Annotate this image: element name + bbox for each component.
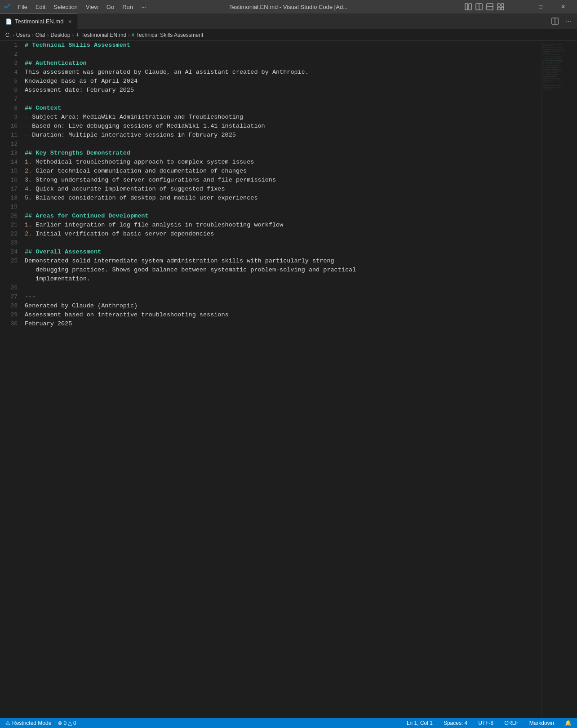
line-13: 13 ## Key Strengths Demonstrated bbox=[0, 149, 541, 158]
line-21: 21 1. Earlier integration of log file an… bbox=[0, 221, 541, 230]
tab-file-icon: 📄 bbox=[5, 18, 12, 25]
line-11: 11 - Duration: Multiple interactive sess… bbox=[0, 131, 541, 140]
line-10: 10 - Based on: Live debugging sessions o… bbox=[0, 122, 541, 131]
line-8: 8 ## Context bbox=[0, 104, 541, 113]
tab-bar: 📄 Testimonial.EN.md × ··· bbox=[0, 13, 577, 29]
line-28: 28 Generated by Claude (Anthropic) bbox=[0, 302, 541, 311]
line-17: 17 4. Quick and accurate implementation … bbox=[0, 185, 541, 194]
line-22: 22 2. Initial verification of basic serv… bbox=[0, 230, 541, 239]
title-bar: File Edit Selection View Go Run ··· Test… bbox=[0, 0, 577, 13]
svg-rect-1 bbox=[469, 4, 471, 10]
line-27: 27 --- bbox=[0, 293, 541, 302]
line-25: 25 Demonstrated solid intermediate syste… bbox=[0, 257, 541, 284]
breadcrumb-desktop[interactable]: Desktop bbox=[50, 32, 70, 38]
more-actions-button[interactable]: ··· bbox=[564, 16, 573, 26]
warning-icon: △ bbox=[68, 720, 72, 726]
editor-area: 1 # Technical Skills Assessment 2 3 ## A… bbox=[0, 41, 577, 718]
indentation[interactable]: Spaces: 4 bbox=[442, 720, 469, 726]
status-bar: ⚠ Restricted Mode ⊗ 0 △ 0 Ln 1, Col 1 Sp… bbox=[0, 718, 577, 728]
line-9: 9 - Subject Area: MediaWiki Administrati… bbox=[0, 113, 541, 122]
layout-icon-3[interactable] bbox=[486, 3, 493, 10]
line-16: 16 3. Strong understanding of server con… bbox=[0, 176, 541, 185]
layout-icons bbox=[465, 3, 504, 10]
split-editor-button[interactable] bbox=[550, 16, 560, 26]
layout-icon-1[interactable] bbox=[465, 3, 472, 10]
language-mode[interactable]: Markdown bbox=[528, 720, 556, 726]
encoding[interactable]: UTF-8 bbox=[476, 720, 495, 726]
window-title: Testimonial.EN.md - Visual Studio Code [… bbox=[229, 4, 348, 10]
line-1: 1 # Technical Skills Assessment bbox=[0, 41, 541, 50]
line-26: 26 bbox=[0, 284, 541, 293]
breadcrumb: C: › Users › Olaf › Desktop › ⬇ Testimon… bbox=[0, 29, 577, 41]
breadcrumb-olaf[interactable]: Olaf bbox=[36, 32, 45, 38]
line-5: 5 Knowledge base as of April 2024 bbox=[0, 77, 541, 86]
cursor-position[interactable]: Ln 1, Col 1 bbox=[405, 720, 435, 726]
svg-rect-7 bbox=[501, 4, 504, 6]
restricted-mode-indicator[interactable]: ⚠ Restricted Mode bbox=[4, 720, 53, 726]
menu-view[interactable]: View bbox=[82, 3, 102, 11]
svg-rect-6 bbox=[497, 4, 500, 6]
minimap: # Technical Skills Assessment ## Authent… bbox=[541, 41, 577, 718]
tab-close-button[interactable]: × bbox=[68, 18, 71, 25]
breadcrumb-c[interactable]: C: bbox=[5, 32, 11, 38]
menu-run[interactable]: Run bbox=[119, 3, 137, 11]
line-23: 23 bbox=[0, 239, 541, 248]
menu-edit[interactable]: Edit bbox=[32, 3, 49, 11]
line-3: 3 ## Authentication bbox=[0, 59, 541, 68]
svg-rect-0 bbox=[465, 4, 468, 10]
minimize-button[interactable]: — bbox=[508, 0, 528, 13]
line-7: 7 bbox=[0, 95, 541, 104]
line-20: 20 ## Areas for Continued Development bbox=[0, 212, 541, 221]
errors-indicator[interactable]: ⊗ 0 △ 0 bbox=[56, 720, 78, 726]
menu-more[interactable]: ··· bbox=[138, 3, 150, 11]
line-12: 12 bbox=[0, 140, 541, 149]
tab-actions: ··· bbox=[546, 13, 577, 29]
error-count: 0 bbox=[63, 720, 67, 726]
line-2: 2 bbox=[0, 50, 541, 59]
window-controls: — □ ✕ bbox=[508, 0, 573, 13]
menu-go[interactable]: Go bbox=[103, 3, 118, 11]
vscode-icon bbox=[4, 3, 12, 11]
layout-icon-2[interactable] bbox=[475, 3, 483, 10]
close-button[interactable]: ✕ bbox=[553, 0, 573, 13]
line-15: 15 2. Clear technical communication and … bbox=[0, 167, 541, 176]
maximize-button[interactable]: □ bbox=[530, 0, 551, 13]
tab-label: Testimonial.EN.md bbox=[15, 18, 63, 25]
menu-selection[interactable]: Selection bbox=[50, 3, 81, 11]
restricted-mode-icon: ⚠ bbox=[5, 720, 10, 726]
line-29: 29 Assessment based on interactive troub… bbox=[0, 311, 541, 320]
status-left: ⚠ Restricted Mode ⊗ 0 △ 0 bbox=[4, 720, 78, 726]
line-30: 30 February 2025 bbox=[0, 320, 541, 328]
breadcrumb-file-icon: ⬇ bbox=[75, 32, 80, 38]
line-24: 24 ## Overall Assessment bbox=[0, 248, 541, 257]
line-ending[interactable]: CRLF bbox=[502, 720, 520, 726]
menu-file[interactable]: File bbox=[14, 3, 31, 11]
breadcrumb-section[interactable]: Technical Skills Assessment bbox=[136, 32, 203, 38]
line-4: 4 This assessment was generated by Claud… bbox=[0, 68, 541, 77]
status-right: Ln 1, Col 1 Spaces: 4 UTF-8 CRLF Markdow… bbox=[405, 720, 573, 726]
editor-content[interactable]: 1 # Technical Skills Assessment 2 3 ## A… bbox=[0, 41, 541, 718]
svg-rect-8 bbox=[497, 7, 500, 10]
breadcrumb-file[interactable]: Testimonial.EN.md bbox=[81, 32, 126, 38]
layout-icon-4[interactable] bbox=[497, 3, 504, 10]
warning-count: 0 bbox=[73, 720, 76, 726]
notification-bell[interactable]: 🔔 bbox=[563, 720, 573, 726]
line-19: 19 bbox=[0, 203, 541, 212]
svg-rect-9 bbox=[501, 7, 504, 10]
breadcrumb-users[interactable]: Users bbox=[16, 32, 30, 38]
error-icon: ⊗ bbox=[58, 720, 62, 726]
breadcrumb-section-icon: # bbox=[132, 32, 134, 38]
restricted-mode-label: Restricted Mode bbox=[12, 720, 51, 726]
line-14: 14 1. Methodical troubleshooting approac… bbox=[0, 158, 541, 167]
line-18: 18 5. Balanced consideration of desktop … bbox=[0, 194, 541, 203]
line-6: 6 Assessment date: February 2025 bbox=[0, 86, 541, 95]
active-tab[interactable]: 📄 Testimonial.EN.md × bbox=[0, 13, 78, 29]
